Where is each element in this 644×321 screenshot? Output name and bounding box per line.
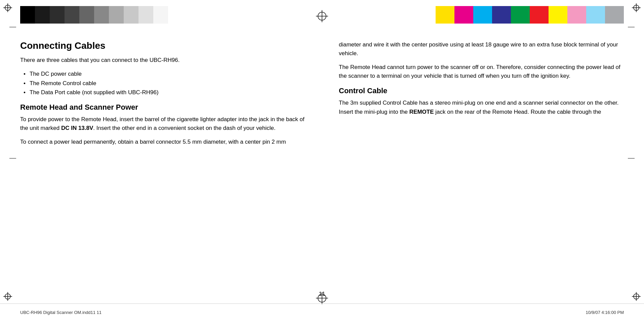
trim-mark-right-top [628,27,635,27]
bullet-item-1: The DC power cable [24,69,305,78]
swatch-green [511,6,530,24]
right-column: diameter and wire it with the center pos… [332,40,624,287]
dc-in-bold: DC IN 13.8V [61,125,93,131]
crosshair-top-right [632,3,641,12]
section2-para1-cont: . Insert the other end in a convenient s… [93,125,275,131]
swatch-black [20,6,35,24]
right-para1: diameter and wire it with the center pos… [339,40,624,58]
remote-bold: REMOTE [409,109,434,115]
intro-text: There are three cables that you can conn… [20,56,305,65]
swatch-bright-yellow [549,6,567,24]
control-cable-para-cont: jack on the rear of the Remote Head. Rou… [434,109,601,115]
crosshair-top-left [3,3,12,12]
page-container: Connecting Cables There are three cables… [0,0,644,321]
swatch-light1 [124,6,138,24]
swatch-pink [567,6,586,24]
crosshair-bottom-left [3,292,12,301]
trim-mark-right-mid [628,158,635,158]
swatch-magenta [454,6,473,24]
swatch-gray3 [109,6,124,24]
page-number: 11 [319,291,325,297]
top-center-crosshair [316,10,328,22]
swatch-light-blue [586,6,605,24]
remote-head-title: Remote Head and Scanner Power [20,103,305,112]
swatch-light2 [138,6,153,24]
left-column: Connecting Cables There are three cables… [20,40,312,287]
right-para2: The Remote Head cannot turn power to the… [339,63,624,81]
bullet-list: The DC power cable The Remote Control ca… [24,69,305,97]
bullet-item-3: The Data Port cable (not supplied with U… [24,88,305,97]
swatch-red [530,6,549,24]
crosshair-bottom-right [632,292,641,301]
control-cable-title: Control Cable [339,86,624,95]
footer-left-text: UBC-RH96 Digital Scanner OM.indd11 11 [20,310,102,315]
footer-bar: UBC-RH96 Digital Scanner OM.indd11 11 10… [0,304,644,321]
swatch-yellow [436,6,454,24]
swatch-cyan [473,6,492,24]
swatch-dark2 [50,6,65,24]
section2-para2: To connect a power lead permanently, obt… [20,138,305,146]
top-bar-right [436,6,624,24]
swatch-gray2 [94,6,109,24]
trim-mark-left-mid [9,158,16,158]
swatch-dark1 [35,6,50,24]
swatch-gray1 [79,6,94,24]
content-area: Connecting Cables There are three cables… [20,40,624,287]
swatch-white [153,6,168,24]
trim-mark-left-top [9,27,16,27]
footer-right-text: 10/9/07 4:16:00 PM [586,310,624,315]
top-bar-left [20,6,168,24]
section2-para1: To provide power to the Remote Head, ins… [20,115,305,133]
swatch-dark3 [65,6,79,24]
bullet-item-2: The Remote Control cable [24,79,305,88]
swatch-light-gray [605,6,624,24]
main-title: Connecting Cables [20,40,305,51]
control-cable-para: The 3m supplied Control Cable has a ster… [339,99,624,116]
swatch-blue [492,6,511,24]
